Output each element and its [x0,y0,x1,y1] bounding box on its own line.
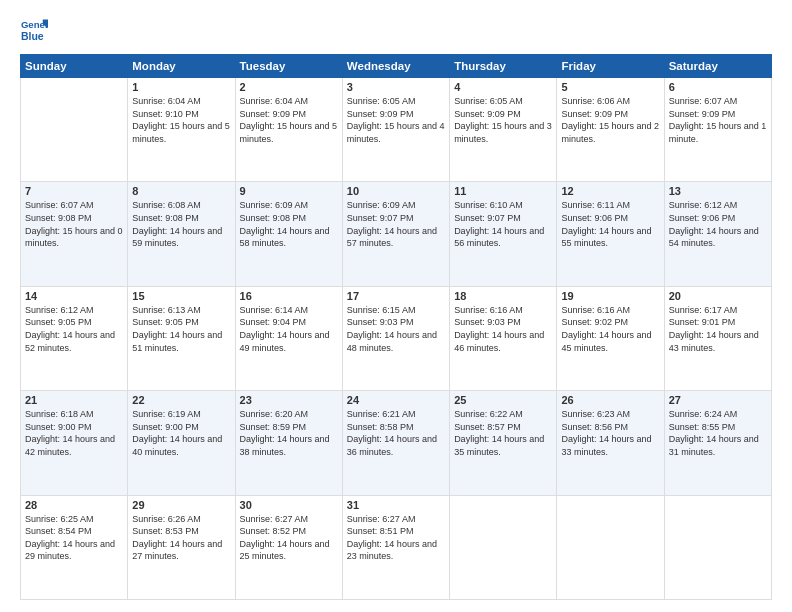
day-number: 8 [132,185,230,197]
calendar-page: General Blue SundayMondayTuesdayWednesda… [0,0,792,612]
cell-info: Sunrise: 6:27 AMSunset: 8:51 PMDaylight:… [347,513,445,563]
calendar-cell [450,495,557,599]
calendar-cell: 8Sunrise: 6:08 AMSunset: 9:08 PMDaylight… [128,182,235,286]
calendar-cell: 22Sunrise: 6:19 AMSunset: 9:00 PMDayligh… [128,391,235,495]
svg-text:Blue: Blue [21,30,44,42]
day-number: 31 [347,499,445,511]
header: General Blue [20,16,772,44]
day-number: 7 [25,185,123,197]
cell-info: Sunrise: 6:14 AMSunset: 9:04 PMDaylight:… [240,304,338,354]
weekday-header-thursday: Thursday [450,55,557,78]
day-number: 11 [454,185,552,197]
day-number: 30 [240,499,338,511]
day-number: 24 [347,394,445,406]
week-row-4: 21Sunrise: 6:18 AMSunset: 9:00 PMDayligh… [21,391,772,495]
day-number: 5 [561,81,659,93]
week-row-5: 28Sunrise: 6:25 AMSunset: 8:54 PMDayligh… [21,495,772,599]
day-number: 10 [347,185,445,197]
cell-info: Sunrise: 6:26 AMSunset: 8:53 PMDaylight:… [132,513,230,563]
day-number: 1 [132,81,230,93]
cell-info: Sunrise: 6:09 AMSunset: 9:07 PMDaylight:… [347,199,445,249]
cell-info: Sunrise: 6:12 AMSunset: 9:06 PMDaylight:… [669,199,767,249]
cell-info: Sunrise: 6:09 AMSunset: 9:08 PMDaylight:… [240,199,338,249]
weekday-header-wednesday: Wednesday [342,55,449,78]
calendar-table: SundayMondayTuesdayWednesdayThursdayFrid… [20,54,772,600]
calendar-cell: 23Sunrise: 6:20 AMSunset: 8:59 PMDayligh… [235,391,342,495]
calendar-cell [21,78,128,182]
day-number: 4 [454,81,552,93]
day-number: 26 [561,394,659,406]
cell-info: Sunrise: 6:20 AMSunset: 8:59 PMDaylight:… [240,408,338,458]
cell-info: Sunrise: 6:05 AMSunset: 9:09 PMDaylight:… [347,95,445,145]
calendar-cell: 19Sunrise: 6:16 AMSunset: 9:02 PMDayligh… [557,286,664,390]
calendar-cell: 27Sunrise: 6:24 AMSunset: 8:55 PMDayligh… [664,391,771,495]
weekday-header-sunday: Sunday [21,55,128,78]
calendar-cell: 18Sunrise: 6:16 AMSunset: 9:03 PMDayligh… [450,286,557,390]
calendar-cell: 24Sunrise: 6:21 AMSunset: 8:58 PMDayligh… [342,391,449,495]
calendar-cell: 13Sunrise: 6:12 AMSunset: 9:06 PMDayligh… [664,182,771,286]
calendar-cell: 11Sunrise: 6:10 AMSunset: 9:07 PMDayligh… [450,182,557,286]
weekday-header-monday: Monday [128,55,235,78]
logo: General Blue [20,16,48,44]
cell-info: Sunrise: 6:11 AMSunset: 9:06 PMDaylight:… [561,199,659,249]
cell-info: Sunrise: 6:12 AMSunset: 9:05 PMDaylight:… [25,304,123,354]
day-number: 16 [240,290,338,302]
day-number: 21 [25,394,123,406]
weekday-header-row: SundayMondayTuesdayWednesdayThursdayFrid… [21,55,772,78]
day-number: 3 [347,81,445,93]
calendar-cell: 25Sunrise: 6:22 AMSunset: 8:57 PMDayligh… [450,391,557,495]
weekday-header-friday: Friday [557,55,664,78]
cell-info: Sunrise: 6:21 AMSunset: 8:58 PMDaylight:… [347,408,445,458]
weekday-header-tuesday: Tuesday [235,55,342,78]
calendar-cell: 6Sunrise: 6:07 AMSunset: 9:09 PMDaylight… [664,78,771,182]
cell-info: Sunrise: 6:15 AMSunset: 9:03 PMDaylight:… [347,304,445,354]
calendar-cell: 26Sunrise: 6:23 AMSunset: 8:56 PMDayligh… [557,391,664,495]
calendar-cell: 4Sunrise: 6:05 AMSunset: 9:09 PMDaylight… [450,78,557,182]
day-number: 9 [240,185,338,197]
cell-info: Sunrise: 6:13 AMSunset: 9:05 PMDaylight:… [132,304,230,354]
day-number: 12 [561,185,659,197]
calendar-cell: 31Sunrise: 6:27 AMSunset: 8:51 PMDayligh… [342,495,449,599]
cell-info: Sunrise: 6:27 AMSunset: 8:52 PMDaylight:… [240,513,338,563]
calendar-cell: 14Sunrise: 6:12 AMSunset: 9:05 PMDayligh… [21,286,128,390]
calendar-cell: 28Sunrise: 6:25 AMSunset: 8:54 PMDayligh… [21,495,128,599]
day-number: 18 [454,290,552,302]
calendar-cell: 10Sunrise: 6:09 AMSunset: 9:07 PMDayligh… [342,182,449,286]
cell-info: Sunrise: 6:25 AMSunset: 8:54 PMDaylight:… [25,513,123,563]
cell-info: Sunrise: 6:24 AMSunset: 8:55 PMDaylight:… [669,408,767,458]
cell-info: Sunrise: 6:16 AMSunset: 9:02 PMDaylight:… [561,304,659,354]
cell-info: Sunrise: 6:06 AMSunset: 9:09 PMDaylight:… [561,95,659,145]
day-number: 23 [240,394,338,406]
calendar-cell: 2Sunrise: 6:04 AMSunset: 9:09 PMDaylight… [235,78,342,182]
day-number: 13 [669,185,767,197]
cell-info: Sunrise: 6:16 AMSunset: 9:03 PMDaylight:… [454,304,552,354]
calendar-cell: 3Sunrise: 6:05 AMSunset: 9:09 PMDaylight… [342,78,449,182]
cell-info: Sunrise: 6:07 AMSunset: 9:09 PMDaylight:… [669,95,767,145]
cell-info: Sunrise: 6:08 AMSunset: 9:08 PMDaylight:… [132,199,230,249]
calendar-cell: 15Sunrise: 6:13 AMSunset: 9:05 PMDayligh… [128,286,235,390]
calendar-cell [664,495,771,599]
logo-icon: General Blue [20,16,48,44]
day-number: 27 [669,394,767,406]
day-number: 22 [132,394,230,406]
calendar-cell: 12Sunrise: 6:11 AMSunset: 9:06 PMDayligh… [557,182,664,286]
cell-info: Sunrise: 6:19 AMSunset: 9:00 PMDaylight:… [132,408,230,458]
cell-info: Sunrise: 6:18 AMSunset: 9:00 PMDaylight:… [25,408,123,458]
calendar-cell: 9Sunrise: 6:09 AMSunset: 9:08 PMDaylight… [235,182,342,286]
cell-info: Sunrise: 6:17 AMSunset: 9:01 PMDaylight:… [669,304,767,354]
cell-info: Sunrise: 6:07 AMSunset: 9:08 PMDaylight:… [25,199,123,249]
day-number: 25 [454,394,552,406]
day-number: 29 [132,499,230,511]
day-number: 20 [669,290,767,302]
calendar-cell [557,495,664,599]
cell-info: Sunrise: 6:05 AMSunset: 9:09 PMDaylight:… [454,95,552,145]
calendar-cell: 30Sunrise: 6:27 AMSunset: 8:52 PMDayligh… [235,495,342,599]
day-number: 15 [132,290,230,302]
weekday-header-saturday: Saturday [664,55,771,78]
week-row-3: 14Sunrise: 6:12 AMSunset: 9:05 PMDayligh… [21,286,772,390]
day-number: 2 [240,81,338,93]
day-number: 28 [25,499,123,511]
day-number: 19 [561,290,659,302]
cell-info: Sunrise: 6:10 AMSunset: 9:07 PMDaylight:… [454,199,552,249]
day-number: 6 [669,81,767,93]
